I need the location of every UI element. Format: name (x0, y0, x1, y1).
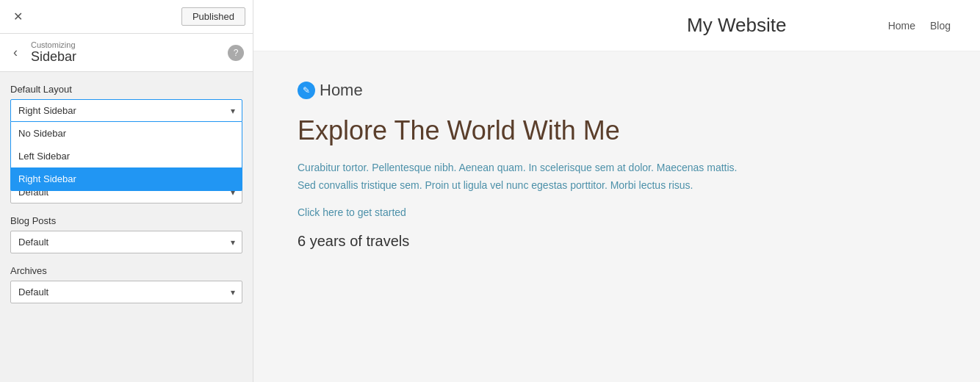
site-header: My Website Home Blog (253, 0, 980, 51)
help-button[interactable]: ? (228, 45, 244, 61)
section-title: Sidebar (31, 49, 76, 65)
site-content: ✎ Home Explore The World With Me Curabit… (253, 51, 980, 382)
dropdown-option-no-sidebar[interactable]: No Sidebar (11, 122, 242, 145)
dropdown-current-value: Right Sidebar (18, 105, 76, 116)
edit-icon[interactable]: ✎ (298, 82, 315, 99)
breadcrumb-info: Customizing Sidebar (31, 40, 76, 65)
close-button[interactable]: ✕ (7, 7, 28, 27)
nav-home[interactable]: Home (888, 20, 915, 32)
breadcrumb-bar: ‹ Customizing Sidebar ? (0, 34, 253, 72)
customizer-panel: ✕ Published ‹ Customizing Sidebar ? Defa… (0, 0, 253, 382)
blog-posts-dropdown-wrapper: Default ▾ (10, 231, 242, 253)
default-layout-dropdown[interactable]: Right Sidebar ▾ No Sidebar Left Sidebar … (10, 99, 242, 122)
blog-posts-label: Blog Posts (10, 215, 242, 226)
post-link[interactable]: Click here to get started (298, 206, 936, 218)
site-preview: My Website Home Blog ✎ Home Explore The … (253, 0, 980, 382)
published-button[interactable]: Published (181, 7, 245, 26)
dropdown-options-list: No Sidebar Left Sidebar Right Sidebar (10, 122, 242, 191)
post-title: Explore The World With Me (298, 115, 936, 146)
post-meta: 6 years of travels (298, 233, 936, 250)
default-layout-field: Default Layout Right Sidebar ▾ No Sideba… (10, 84, 242, 122)
site-nav: Home Blog (888, 20, 951, 32)
dropdown-option-left-sidebar[interactable]: Left Sidebar (11, 145, 242, 167)
back-button[interactable]: ‹ (9, 45, 22, 60)
archives-dropdown-wrapper: Default ▾ (10, 281, 242, 303)
panel-body: Default Layout Right Sidebar ▾ No Sideba… (0, 72, 253, 382)
pencil-icon: ✎ (303, 85, 310, 96)
nav-blog[interactable]: Blog (930, 20, 951, 32)
chevron-down-icon: ▾ (231, 106, 235, 116)
archives-field: Archives Default ▾ (10, 265, 242, 303)
archives-label: Archives (10, 265, 242, 276)
default-layout-label: Default Layout (10, 84, 242, 95)
site-title: My Website (586, 14, 888, 37)
archives-dropdown[interactable]: Default (10, 281, 242, 303)
customizing-label: Customizing (31, 40, 76, 49)
blog-posts-field: Blog Posts Default ▾ (10, 215, 242, 253)
customizer-top-bar: ✕ Published (0, 0, 253, 34)
page-section-title: ✎ Home (298, 81, 936, 100)
page-section-name: Home (320, 81, 363, 100)
blog-posts-dropdown[interactable]: Default (10, 231, 242, 253)
dropdown-option-right-sidebar[interactable]: Right Sidebar (11, 167, 242, 190)
post-excerpt: Curabitur tortor. Pellentesque nibh. Aen… (298, 159, 753, 195)
dropdown-trigger[interactable]: Right Sidebar ▾ (10, 99, 242, 122)
